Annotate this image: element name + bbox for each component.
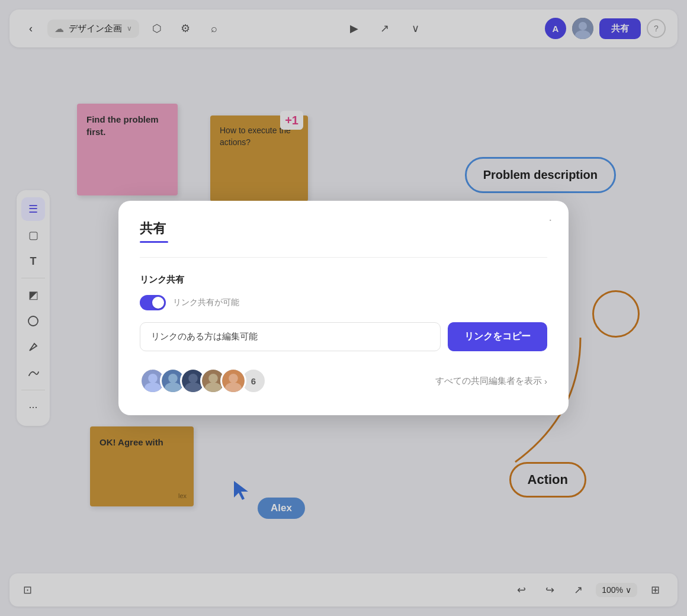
svg-point-16 [205,383,221,394]
toggle-knob [152,297,164,309]
svg-point-12 [188,374,198,383]
svg-point-9 [168,374,178,383]
collaborator-avatar-5[interactable] [220,368,246,394]
modal-divider [140,257,547,258]
toggle-row: リンク共有が可能 [140,295,547,310]
link-row: リンクをコピー [140,322,547,351]
copy-link-button[interactable]: リンクをコピー [448,322,547,351]
svg-point-19 [225,383,242,394]
share-modal: · 共有 リンク共有 リンク共有が可能 リンクをコピー [118,201,569,415]
svg-point-13 [185,383,201,394]
svg-point-6 [148,374,158,383]
collaborator-avatars: 6 [140,368,267,394]
svg-point-10 [165,383,181,394]
toggle-label: リンク共有が可能 [173,297,239,308]
collaborators-row: 6 すべての共同編集者を表示 › [140,368,547,394]
svg-point-7 [145,383,161,394]
link-sharing-label: リンク共有 [140,274,547,285]
link-input[interactable] [140,322,441,351]
modal-title-underline [140,241,168,243]
svg-point-18 [229,374,238,383]
link-sharing-toggle[interactable] [140,295,166,310]
modal-title: 共有 [140,220,547,238]
svg-point-15 [208,374,218,383]
view-all-collaborators-link[interactable]: すべての共同編集者を表示 › [435,376,547,387]
modal-close-button[interactable]: · [548,213,552,226]
modal-overlay: · 共有 リンク共有 リンク共有が可能 リンクをコピー [0,0,687,616]
